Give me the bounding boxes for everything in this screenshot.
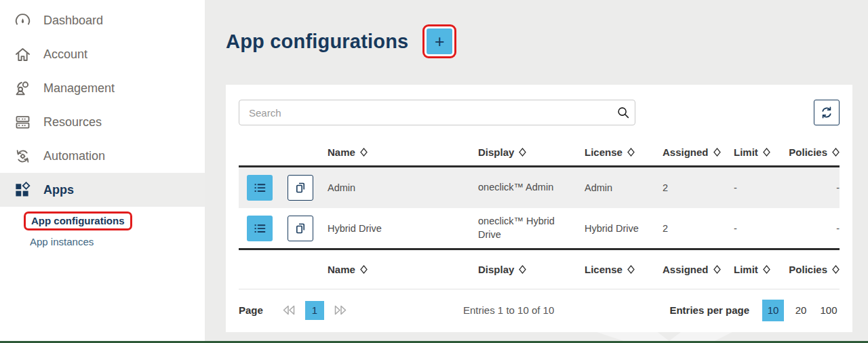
cell-assigned: 2 — [663, 182, 734, 193]
column-header-name[interactable]: Name — [328, 264, 478, 275]
cell-policies: - — [783, 182, 840, 193]
sidebar-item-account[interactable]: Account — [0, 37, 205, 71]
subnav-item-label: App instances — [30, 236, 94, 247]
cell-license: Hybrid Drive — [585, 223, 663, 234]
configurations-card: Name Display License Assigned Limit — [226, 85, 852, 332]
sidebar: Dashboard Account Management — [0, 0, 205, 341]
cell-limit: - — [734, 223, 783, 234]
column-header-name[interactable]: Name — [328, 146, 478, 158]
sidebar-item-resources[interactable]: Resources — [0, 105, 205, 139]
row-actions — [239, 216, 328, 241]
sort-diamond-icon — [360, 148, 368, 157]
sort-diamond-icon — [627, 265, 635, 274]
sidebar-item-automation[interactable]: Automation — [0, 139, 205, 173]
sort-diamond-icon — [360, 265, 368, 274]
cell-name: Hybrid Drive — [328, 223, 478, 234]
table-footer-header-row: Name Display License Assigned Limit — [239, 250, 840, 289]
cell-display: oneclick™ Admin — [478, 181, 585, 195]
cell-license: Admin — [585, 182, 663, 193]
column-header-policies[interactable]: Policies — [783, 264, 840, 275]
sort-diamond-icon — [713, 148, 721, 157]
column-header-limit[interactable]: Limit — [734, 264, 783, 275]
gauge-icon — [14, 12, 32, 30]
cell-assigned: 2 — [663, 223, 734, 234]
page-size-option-100[interactable]: 100 — [818, 300, 840, 321]
server-icon — [14, 113, 32, 132]
sidebar-item-apps[interactable]: Apps — [0, 173, 205, 207]
column-header-policies[interactable]: Policies — [783, 146, 840, 158]
table-row: Hybrid Drive oneclick™ Hybrid Drive Hybr… — [239, 208, 840, 250]
automation-sync-icon — [14, 147, 32, 165]
double-chevron-right-icon — [333, 304, 348, 316]
column-header-limit[interactable]: Limit — [734, 146, 783, 158]
main-content: App configurations + — [205, 0, 868, 341]
page-size-option-20[interactable]: 20 — [790, 300, 812, 321]
sidebar-subitem-app-instances[interactable]: App instances — [0, 231, 205, 251]
sidebar-item-label: Resources — [43, 115, 102, 129]
sidebar-item-label: Automation — [43, 149, 105, 163]
cell-display: oneclick™ Hybrid Drive — [478, 215, 585, 241]
add-configuration-button[interactable]: + — [427, 28, 452, 54]
page-header: App configurations + — [226, 24, 456, 58]
list-details-icon — [252, 180, 268, 196]
home-icon — [14, 45, 32, 64]
cell-name: Admin — [328, 182, 478, 193]
entries-info: Entries 1 to 10 of 10 — [348, 304, 670, 316]
apps-subnav: App configurations App instances — [0, 207, 205, 251]
entries-per-page-label: Entries per page — [669, 304, 749, 316]
double-chevron-left-icon — [281, 304, 296, 316]
search-input[interactable] — [239, 107, 612, 119]
details-list-button[interactable] — [247, 175, 273, 201]
column-header-license[interactable]: License — [585, 146, 663, 158]
pagination: Page 1 — [239, 301, 348, 320]
column-header-license[interactable]: License — [585, 264, 663, 275]
next-page-button[interactable] — [333, 304, 348, 316]
sidebar-item-label: Dashboard — [43, 14, 103, 28]
cell-limit: - — [734, 182, 783, 193]
column-header-assigned[interactable]: Assigned — [663, 264, 734, 275]
subnav-item-label: App configurations — [31, 215, 125, 226]
sort-diamond-icon — [832, 148, 840, 157]
details-list-button[interactable] — [247, 216, 273, 241]
copy-icon — [292, 180, 309, 196]
row-actions — [239, 175, 328, 201]
cell-policies: - — [783, 223, 840, 234]
sort-diamond-icon — [763, 148, 770, 157]
refresh-button[interactable] — [814, 100, 840, 125]
sync-icon — [818, 104, 835, 121]
sort-diamond-icon — [519, 265, 526, 274]
sidebar-item-label: Management — [43, 81, 115, 96]
previous-page-button[interactable] — [281, 304, 296, 316]
sort-diamond-icon — [763, 265, 770, 274]
users-icon — [14, 79, 32, 98]
sidebar-item-management[interactable]: Management — [0, 71, 205, 105]
sidebar-item-dashboard[interactable]: Dashboard — [0, 3, 205, 37]
sidebar-item-label: Account — [43, 47, 87, 62]
sidebar-item-label: Apps — [43, 183, 74, 197]
current-page-button[interactable]: 1 — [305, 301, 324, 320]
plus-icon: + — [435, 32, 445, 52]
search-box — [239, 100, 635, 125]
entries-per-page: Entries per page 10 20 100 — [669, 300, 840, 321]
table-header-row: Name Display License Assigned Limit — [239, 139, 840, 167]
page-size-option-10[interactable]: 10 — [762, 300, 784, 321]
red-annotation-outline: App configurations — [24, 211, 132, 230]
page-label: Page — [239, 304, 263, 316]
sort-diamond-icon — [519, 148, 526, 157]
column-header-assigned[interactable]: Assigned — [663, 146, 734, 158]
copy-button[interactable] — [288, 175, 313, 201]
sort-diamond-icon — [627, 148, 635, 157]
column-header-display[interactable]: Display — [478, 264, 585, 275]
copy-icon — [292, 220, 309, 237]
sort-diamond-icon — [832, 265, 840, 274]
red-annotation-outline: + — [422, 24, 456, 58]
copy-button[interactable] — [288, 216, 313, 241]
apps-grid-icon — [14, 181, 32, 199]
sort-diamond-icon — [713, 265, 721, 274]
column-header-display[interactable]: Display — [478, 146, 585, 158]
card-toolbar — [239, 100, 840, 125]
sidebar-subitem-app-configurations[interactable]: App configurations — [0, 211, 205, 231]
search-icon[interactable] — [612, 105, 635, 120]
page-title: App configurations — [226, 31, 408, 53]
table-row: Admin oneclick™ Admin Admin 2 - - — [239, 167, 840, 208]
